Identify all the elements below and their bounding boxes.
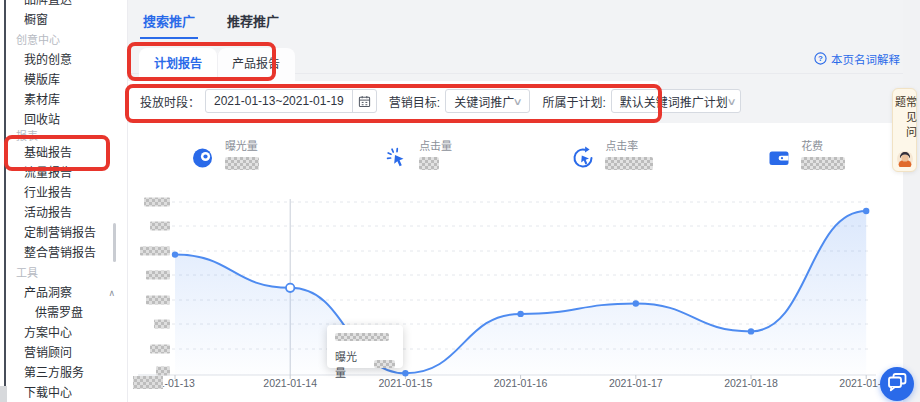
y-tick-label-blurred: [150, 222, 170, 231]
click-icon: [385, 146, 409, 170]
sidebar-item-5[interactable]: 素材库: [6, 90, 127, 110]
chart-dot: [748, 328, 754, 334]
tab-recommend-promotion[interactable]: 推荐推广: [224, 11, 282, 39]
sidebar-nav: 品牌直达橱窗创意中心我的创意模版库素材库回收站报表基础报告流量报告行业报告活动报…: [6, 0, 127, 402]
marketing-goal-label: 营销目标:: [389, 93, 440, 110]
chat-bubble-icon: [880, 365, 914, 402]
sidebar-label: 下载中心: [24, 386, 72, 400]
tab-plan-report[interactable]: 计划报告: [139, 48, 217, 81]
metric-summary-row: 曝光量点击量点击率花费: [128, 128, 903, 170]
campaign-label: 所属于计划:: [542, 93, 605, 110]
metric-label: 点击率: [605, 137, 653, 153]
metric-value-blurred: [419, 157, 439, 170]
app-window: 品牌直达橱窗创意中心我的创意模版库素材库回收站报表基础报告流量报告行业报告活动报…: [0, 0, 920, 402]
campaign-value: 默认关键词推广计划: [620, 93, 728, 110]
metric-value-blurred: [605, 157, 653, 170]
chart-hover-dot: [286, 284, 294, 292]
wallet-icon: [767, 146, 791, 170]
sidebar-item-20[interactable]: 下载中心: [6, 383, 127, 402]
chevron-down-icon: ∨: [726, 96, 736, 107]
sidebar-label: 报表: [16, 130, 38, 142]
left-panel-divider: [4, 0, 6, 402]
x-tick-label: 2021-01-18: [724, 377, 778, 389]
sidebar-item-12[interactable]: 定制营销报告: [6, 223, 127, 243]
tooltip-date-blurred: [335, 333, 389, 341]
metric-label: 曝光量: [225, 137, 259, 153]
glossary-help-link[interactable]: ? 本页名词解释: [814, 51, 900, 67]
tooltip-value-blurred: [374, 360, 395, 368]
sidebar-item-1[interactable]: 橱窗: [6, 10, 127, 30]
date-range-label: 投放时段：: [140, 93, 200, 110]
x-label-blur-patch: [133, 376, 163, 389]
sidebar-label: 产品洞察: [24, 286, 72, 300]
collapse-icon[interactable]: ∧: [108, 283, 115, 303]
sidebar-label: 橱窗: [24, 13, 48, 27]
sidebar-label: 方案中心: [24, 326, 72, 340]
campaign-select[interactable]: 默认关键词推广计划 ∨: [611, 89, 741, 113]
x-tick-label: 2021-01-16: [494, 377, 548, 389]
top-tab-bar: 搜索推广 推荐推广: [128, 0, 920, 43]
sidebar-label: 模版库: [24, 73, 60, 87]
sidebar-scrollbar[interactable]: [113, 223, 116, 262]
sidebar-item-11[interactable]: 活动报告: [6, 203, 127, 223]
sidebar-item-18[interactable]: 营销顾问: [6, 343, 127, 363]
chart-tooltip: 曝光量: [327, 325, 403, 368]
metric-card-1: 点击量: [322, 128, 516, 170]
y-tick-label-blurred: [154, 320, 170, 329]
sidebar-section-7: 报表: [6, 130, 127, 143]
y-tick-label-blurred: [146, 271, 170, 280]
ctr-icon: [571, 146, 595, 170]
sidebar-label: 供需罗盘: [35, 306, 83, 320]
y-tick-label-blurred: [146, 296, 170, 305]
chart-canvas: 2021-01-132021-01-142021-01-152021-01-16…: [128, 187, 903, 402]
faq-floating-button[interactable]: 常见问题: [892, 88, 917, 172]
metric-card-2: 点击率: [516, 128, 710, 170]
sidebar-item-19[interactable]: 第三方服务: [6, 363, 127, 383]
report-tabs: 计划报告 产品报告: [139, 48, 295, 81]
sidebar-item-17[interactable]: 方案中心: [6, 323, 127, 343]
sidebar-section-2: 创意中心: [6, 30, 127, 50]
chart-dot: [863, 208, 869, 214]
sidebar-item-4[interactable]: 模版库: [6, 70, 127, 90]
sidebar-label: 活动报告: [24, 206, 72, 220]
y-tick-label-blurred: [144, 198, 170, 207]
y-tick-label-blurred: [156, 367, 170, 376]
area-fill: [175, 211, 866, 375]
sidebar-item-6[interactable]: 回收站: [6, 110, 127, 130]
filter-bar: 投放时段： 2021-01-13~2021-01-19 营销目标: 关键词推广 …: [128, 81, 658, 121]
metric-value-blurred: [801, 157, 845, 170]
support-avatar: [897, 151, 913, 171]
question-circle-icon: ?: [814, 52, 827, 67]
bottom-left-corner-block: [0, 386, 7, 402]
trend-chart[interactable]: 2021-01-132021-01-142021-01-152021-01-16…: [128, 187, 903, 402]
metric-label: 点击量: [419, 137, 452, 153]
sidebar-item-9[interactable]: 流量报告: [6, 163, 127, 183]
sidebar-label: 素材库: [24, 93, 60, 107]
sidebar-item-8[interactable]: 基础报告: [6, 143, 127, 163]
eye-icon: [191, 146, 215, 170]
tab-search-promotion[interactable]: 搜索推广: [140, 11, 198, 39]
tooltip-series-label: 曝光量: [335, 348, 366, 380]
tab-product-report[interactable]: 产品报告: [217, 48, 295, 81]
sidebar-item-10[interactable]: 行业报告: [6, 183, 127, 203]
metric-label: 花费: [801, 137, 845, 153]
sidebar-item-0[interactable]: 品牌直达: [6, 0, 127, 10]
date-range-input[interactable]: 2021-01-13~2021-01-19: [205, 89, 377, 113]
sidebar: 品牌直达橱窗创意中心我的创意模版库素材库回收站报表基础报告流量报告行业报告活动报…: [6, 0, 128, 402]
sidebar-item-15[interactable]: 产品洞察∧: [6, 283, 127, 303]
x-tick-label: 2021-01-14: [263, 377, 317, 389]
sidebar-item-16[interactable]: 供需罗盘: [6, 303, 127, 323]
calendar-icon[interactable]: [352, 90, 376, 112]
sidebar-label: 行业报告: [24, 186, 72, 200]
metric-value-blurred: [225, 157, 259, 170]
chart-dot: [517, 311, 523, 317]
chat-bubble-button[interactable]: [880, 367, 914, 401]
sidebar-item-3[interactable]: 我的创意: [6, 50, 127, 70]
sidebar-label: 整合营销报告: [24, 246, 96, 260]
sidebar-label: 回收站: [24, 113, 60, 127]
marketing-goal-value: 关键词推广: [454, 93, 514, 110]
sidebar-label: 基础报告: [24, 146, 72, 160]
sidebar-item-13[interactable]: 整合营销报告: [6, 243, 127, 263]
right-gutter: [903, 0, 920, 402]
marketing-goal-select[interactable]: 关键词推广 ∨: [445, 89, 530, 113]
